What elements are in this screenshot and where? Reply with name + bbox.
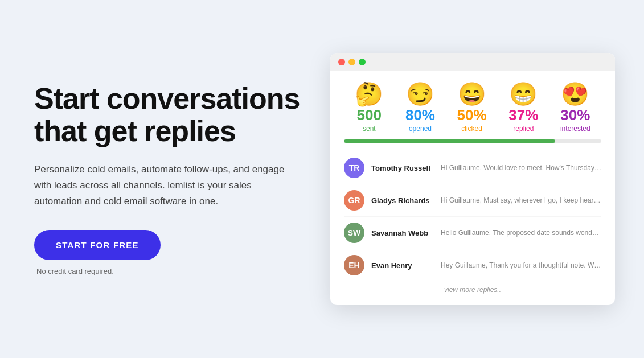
- stat-sent-label: sent: [363, 125, 376, 133]
- window-body: 🤔 500 sent 😏 80% opened 😄 50% clicked: [330, 71, 615, 305]
- stat-sent-emoji: 🤔: [355, 83, 383, 105]
- window-titlebar: [330, 53, 615, 71]
- stat-opened-emoji: 😏: [406, 83, 434, 105]
- progress-bar-fill: [344, 139, 555, 143]
- page-wrapper: Start conversations that get replies Per…: [0, 0, 644, 358]
- headline: Start conversations that get replies: [34, 83, 330, 147]
- stats-row: 🤔 500 sent 😏 80% opened 😄 50% clicked: [344, 83, 601, 133]
- progress-bar-container: [344, 139, 601, 143]
- stat-interested-emoji: 😍: [561, 83, 589, 105]
- reply-list: TR Tomothy Russell Hi Guillaume, Would l…: [344, 152, 601, 281]
- stat-interested-label: interested: [560, 125, 590, 133]
- reply-preview: Hi Guillaume, Would love to meet. How's …: [441, 164, 601, 172]
- no-credit-card-label: No credit card required.: [36, 267, 114, 275]
- reply-name: Evan Henry: [371, 261, 434, 270]
- stat-sent-number: 500: [357, 108, 382, 122]
- avatar: TR: [344, 158, 364, 178]
- stat-interested: 😍 30% interested: [560, 83, 590, 133]
- reply-item: GR Gladys Richards Hi Guillaume, Must sa…: [344, 184, 601, 217]
- reply-preview: Hello Guillaume, The proposed date sound…: [441, 229, 601, 237]
- stat-replied-emoji: 😁: [509, 83, 538, 105]
- reply-name: Tomothy Russell: [371, 164, 434, 172]
- reply-name: Gladys Richards: [371, 196, 434, 205]
- avatar: GR: [344, 190, 364, 211]
- stat-replied-label: replied: [513, 125, 534, 133]
- reply-item: SW Savannah Webb Hello Guillaume, The pr…: [344, 217, 601, 249]
- titlebar-dot-green: [359, 59, 366, 65]
- titlebar-dot-yellow: [348, 59, 355, 65]
- left-section: Start conversations that get replies Per…: [34, 83, 330, 275]
- stat-clicked-number: 50%: [457, 108, 487, 122]
- titlebar-dot-red: [338, 59, 345, 65]
- stat-clicked: 😄 50% clicked: [457, 83, 487, 133]
- reply-item: EH Evan Henry Hey Guillaume, Thank you f…: [344, 249, 601, 281]
- stat-interested-number: 30%: [560, 108, 590, 122]
- stat-clicked-label: clicked: [461, 125, 482, 133]
- reply-preview: Hi Guillaume, Must say, wherever I go, I…: [441, 196, 601, 204]
- app-window: 🤔 500 sent 😏 80% opened 😄 50% clicked: [330, 53, 615, 305]
- stat-replied-number: 37%: [508, 108, 538, 122]
- stat-opened-number: 80%: [405, 108, 435, 122]
- avatar: EH: [344, 255, 364, 275]
- subheadline: Personalize cold emails, automate follow…: [34, 162, 285, 209]
- stat-replied: 😁 37% replied: [508, 83, 538, 133]
- stat-opened-label: opened: [409, 125, 432, 133]
- view-more-label[interactable]: view more replies..: [344, 281, 601, 296]
- reply-preview: Hey Guillaume, Thank you for a thoughtfu…: [441, 261, 601, 269]
- right-section: 🤔 500 sent 😏 80% opened 😄 50% clicked: [330, 53, 615, 305]
- cta-block: START FOR FREE No credit card required.: [34, 230, 330, 275]
- stat-opened: 😏 80% opened: [405, 83, 435, 133]
- stat-clicked-emoji: 😄: [458, 83, 486, 105]
- reply-name: Savannah Webb: [371, 229, 434, 237]
- reply-item: TR Tomothy Russell Hi Guillaume, Would l…: [344, 152, 601, 184]
- avatar: SW: [344, 223, 364, 243]
- stat-sent: 🤔 500 sent: [355, 83, 383, 133]
- start-free-button[interactable]: START FOR FREE: [34, 230, 161, 260]
